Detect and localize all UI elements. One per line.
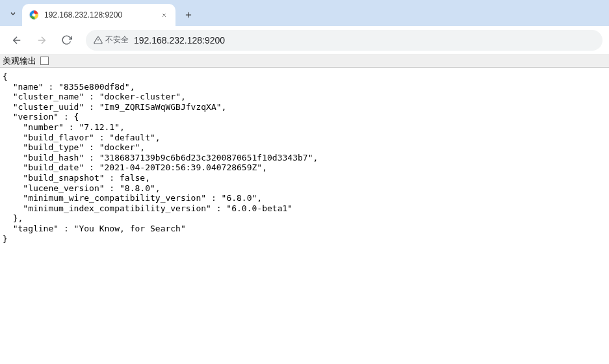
json-value-tagline: You Know, for Search [79,224,181,233]
forward-button[interactable] [31,30,52,51]
json-value-lucene-version: 8.8.0 [125,183,150,193]
json-value-build-date: 2021-04-20T20:56:39.040728659Z [105,162,257,172]
json-value-cluster-name: docker-cluster [105,92,176,101]
json-value-cluster-uuid: Im9_ZQRISaWqWGBJfvzqXA [105,102,216,112]
json-value-min-wire-compat: 6.8.0 [226,193,252,203]
browser-toolbar: 不安全 192.168.232.128:9200 [0,26,609,55]
tab-list-dropdown[interactable] [4,4,22,23]
json-value-name: 8355e800df8d [64,82,125,92]
warning-triangle-icon [94,36,103,45]
browser-tab[interactable]: 192.168.232.128:9200 [22,4,175,26]
close-icon [161,12,167,18]
browser-tab-strip: 192.168.232.128:9200 [0,0,609,26]
reload-icon [61,34,72,46]
new-tab-button[interactable] [179,6,198,24]
json-value-build-hash: 3186837139b9c6b6d23c3200870651f10d3343b7 [105,153,308,162]
chevron-down-icon [9,10,17,18]
svg-point-1 [32,14,36,17]
security-label: 不安全 [105,34,129,46]
tab-favicon-icon [29,10,39,20]
tab-title: 192.168.232.128:9200 [44,10,153,20]
json-value-min-index-compat: 6.0.0-beta1 [231,203,287,213]
plus-icon [184,10,193,20]
address-bar[interactable]: 不安全 192.168.232.128:9200 [86,30,603,51]
tab-close-button[interactable] [159,10,169,20]
reload-button[interactable] [56,30,77,51]
address-url: 192.168.232.128:9200 [134,35,595,46]
json-value-build-flavor: default [114,133,150,142]
json-value-build-snapshot: false [120,173,145,183]
arrow-right-icon [36,34,47,46]
pretty-print-label: 美观输出 [3,55,36,67]
json-response-body: { "name" : "8355e800df8d", "cluster_name… [0,68,609,248]
json-value-version-number: 7.12.1 [84,122,114,132]
back-button[interactable] [6,30,27,51]
pretty-print-checkbox[interactable] [40,57,49,65]
security-chip[interactable]: 不安全 [94,34,129,46]
pretty-print-toolbar: 美观输出 [0,55,609,68]
json-value-build-type: docker [105,142,135,152]
arrow-left-icon [11,34,23,46]
